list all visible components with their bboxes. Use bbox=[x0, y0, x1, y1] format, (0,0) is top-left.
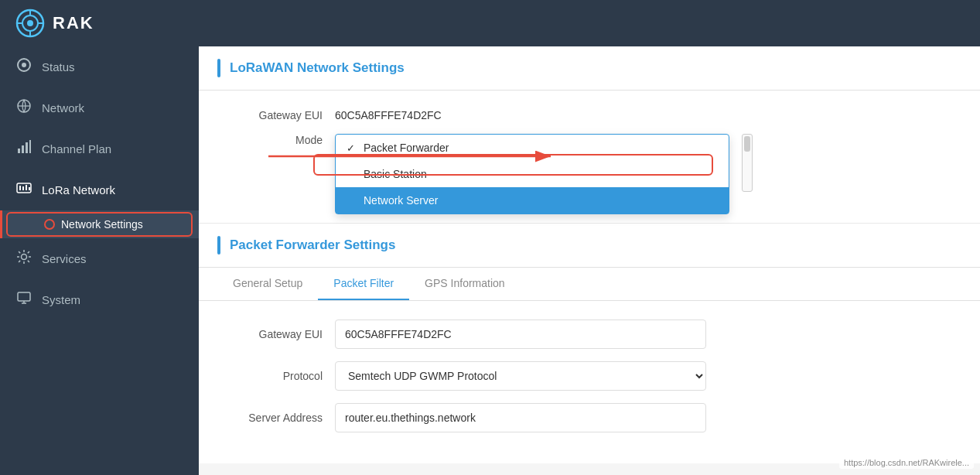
pf-protocol-label: Protocol bbox=[230, 370, 323, 382]
mode-row: Mode ✓ Packet Forwarder ✓ Basic Station bbox=[230, 134, 949, 192]
dropdown-option-packet-forwarder[interactable]: ✓ Packet Forwarder bbox=[336, 135, 729, 161]
gateway-eui-label: Gateway EUI bbox=[230, 109, 323, 121]
tab-packet-filter[interactable]: Packet Filter bbox=[318, 268, 409, 300]
mode-label: Mode bbox=[230, 134, 323, 146]
sidebar-label-channel-plan: Channel Plan bbox=[42, 142, 111, 155]
sidebar-label-status: Status bbox=[42, 60, 75, 73]
sidebar-label-lora-network: LoRa Network bbox=[42, 183, 115, 196]
network-server-checkmark: ✓ bbox=[347, 195, 359, 207]
dropdown-option-network-server[interactable]: ✓ Network Server bbox=[336, 187, 729, 214]
app-header: RAK bbox=[0, 0, 980, 46]
svg-point-2 bbox=[27, 20, 33, 26]
pf-protocol-row: Protocol Semtech UDP GWMP Protocol bbox=[230, 361, 949, 391]
svg-rect-6 bbox=[18, 149, 20, 153]
svg-rect-14 bbox=[29, 187, 30, 190]
network-icon bbox=[15, 98, 32, 118]
rak-logo-icon bbox=[15, 9, 45, 38]
svg-rect-12 bbox=[22, 186, 24, 190]
sidebar-label-system: System bbox=[42, 293, 80, 306]
status-icon bbox=[15, 57, 32, 77]
network-server-label: Network Server bbox=[364, 194, 438, 207]
sidebar-sub-item-network-settings[interactable]: Network Settings bbox=[0, 210, 199, 238]
pf-server-address-label: Server Address bbox=[230, 412, 323, 424]
sidebar: Status Network Channel Plan LoRa Network bbox=[0, 46, 199, 475]
basic-station-checkmark: ✓ bbox=[347, 169, 359, 180]
channel-plan-icon bbox=[15, 139, 32, 159]
services-icon bbox=[15, 249, 32, 268]
packet-forwarder-section-title: Packet Forwarder Settings bbox=[230, 238, 395, 253]
pf-gateway-eui-input[interactable] bbox=[335, 320, 706, 349]
sidebar-item-lora-network[interactable]: LoRa Network bbox=[0, 169, 199, 210]
lora-network-icon bbox=[15, 180, 32, 200]
lorawan-section-title-bar: LoRaWAN Network Settings bbox=[199, 46, 980, 91]
title-accent-bar bbox=[217, 59, 220, 77]
gateway-eui-row: Gateway EUI 60C5A8FFFE74D2FC bbox=[230, 109, 949, 121]
sidebar-item-channel-plan[interactable]: Channel Plan bbox=[0, 128, 199, 169]
svg-rect-8 bbox=[26, 142, 28, 153]
dropdown-scrollbar[interactable] bbox=[742, 134, 753, 192]
svg-rect-11 bbox=[19, 186, 21, 190]
svg-rect-9 bbox=[29, 140, 31, 153]
svg-rect-16 bbox=[18, 292, 30, 301]
packet-forwarder-label: Packet Forwarder bbox=[364, 142, 449, 154]
form-panel: Gateway EUI Protocol Semtech UDP GWMP Pr… bbox=[199, 301, 980, 463]
packet-forwarder-section: Packet Forwarder Settings General Setup … bbox=[199, 224, 980, 463]
svg-point-15 bbox=[22, 255, 27, 260]
sidebar-label-services: Services bbox=[42, 252, 87, 265]
sub-circle-indicator bbox=[44, 219, 55, 230]
svg-point-4 bbox=[22, 63, 26, 67]
dropdown-option-basic-station[interactable]: ✓ Basic Station bbox=[336, 161, 729, 187]
main-content: LoRaWAN Network Settings Gateway EUI 60C… bbox=[199, 46, 980, 475]
sidebar-item-network[interactable]: Network bbox=[0, 87, 199, 128]
pf-protocol-select[interactable]: Semtech UDP GWMP Protocol bbox=[335, 361, 706, 391]
svg-rect-7 bbox=[22, 145, 24, 153]
tab-general-setup[interactable]: General Setup bbox=[217, 268, 318, 300]
sidebar-item-services[interactable]: Services bbox=[0, 238, 199, 279]
svg-rect-13 bbox=[26, 185, 27, 190]
sidebar-sub-label-network-settings: Network Settings bbox=[61, 218, 143, 231]
url-bar: https://blog.csdn.net/RAKwirele... bbox=[839, 456, 974, 469]
main-layout: Status Network Channel Plan LoRa Network bbox=[0, 46, 980, 475]
system-icon bbox=[15, 290, 32, 309]
logo-text: RAK bbox=[53, 13, 94, 33]
sidebar-label-network: Network bbox=[42, 101, 84, 114]
sidebar-item-system[interactable]: System bbox=[0, 279, 199, 320]
sidebar-item-status[interactable]: Status bbox=[0, 46, 199, 87]
tabs-bar: General Setup Packet Filter GPS Informat… bbox=[199, 268, 980, 301]
lorawan-settings-panel: Gateway EUI 60C5A8FFFE74D2FC Mode ✓ Pack… bbox=[199, 91, 980, 224]
pf-server-address-row: Server Address bbox=[230, 403, 949, 432]
packet-forwarder-checkmark: ✓ bbox=[347, 142, 359, 154]
scrollbar-thumb bbox=[744, 136, 750, 152]
basic-station-label: Basic Station bbox=[364, 168, 427, 180]
gateway-eui-value: 60C5A8FFFE74D2FC bbox=[335, 109, 442, 121]
mode-dropdown-open[interactable]: ✓ Packet Forwarder ✓ Basic Station ✓ Net… bbox=[335, 134, 729, 214]
pf-gateway-eui-row: Gateway EUI bbox=[230, 320, 949, 349]
packet-forwarder-title-bar: Packet Forwarder Settings bbox=[199, 224, 980, 268]
pf-server-address-input[interactable] bbox=[335, 403, 706, 432]
pf-gateway-eui-label: Gateway EUI bbox=[230, 328, 323, 340]
lorawan-section-title: LoRaWAN Network Settings bbox=[230, 60, 405, 76]
pf-title-accent-bar bbox=[217, 236, 220, 255]
logo-area: RAK bbox=[15, 9, 94, 38]
tab-gps-information[interactable]: GPS Information bbox=[409, 268, 521, 300]
